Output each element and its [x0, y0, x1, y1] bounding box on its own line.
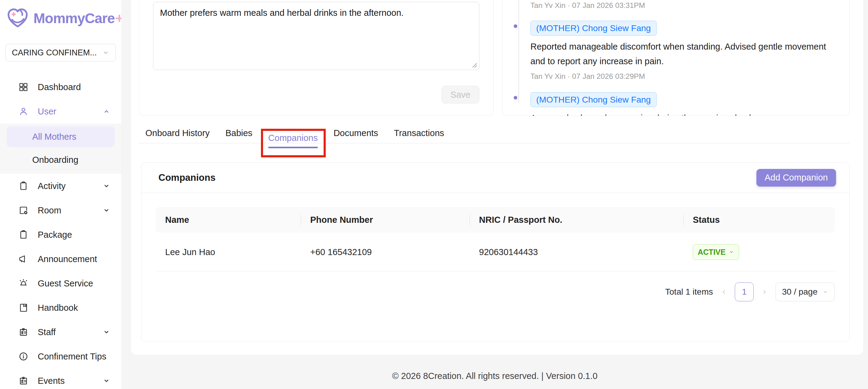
sidebar-item-label: Dashboard: [38, 82, 111, 92]
mother-tag[interactable]: (MOTHER) Chong Siew Fang: [530, 21, 657, 36]
clipboard-icon: [18, 230, 29, 240]
companions-title: Companions: [158, 172, 216, 183]
dashboard-grid-icon: [18, 82, 29, 92]
timeline-entry-text: Reported manageable discomfort when stan…: [530, 39, 831, 68]
center-select[interactable]: CARING CONFINEM...: [5, 44, 116, 61]
chevron-down-icon: [102, 206, 111, 214]
footer-copyright: © 2026 8Creation. All rights reserved. |…: [122, 371, 868, 381]
chevron-right-icon[interactable]: [761, 288, 768, 296]
main-content: Mother prefers warm meals and herbal dri…: [122, 0, 868, 389]
sidebar-item-dashboard[interactable]: Dashboard: [0, 75, 121, 99]
pagination-total: Total 1 items: [665, 287, 713, 297]
timeline-entry-text: Appeared calm and responsive during the …: [530, 111, 831, 116]
user-icon: [18, 106, 29, 117]
sidebar-item-package[interactable]: Package: [0, 222, 121, 247]
timeline-line: [518, 0, 519, 103]
mother-tag[interactable]: (MOTHER) Chong Siew Fang: [530, 92, 657, 107]
sidebar-item-activity[interactable]: Activity: [0, 174, 121, 198]
sidebar-item-guest-service[interactable]: Guest Service: [0, 271, 121, 296]
save-row: Save: [153, 86, 479, 103]
tab-babies[interactable]: Babies: [225, 124, 252, 143]
column-header-phone: Phone Number: [301, 207, 470, 233]
sidebar-item-label: User: [38, 107, 93, 117]
timeline-entry-meta: Tan Yv Xin · 07 Jan 2026 03:31PM: [530, 1, 831, 10]
user-submenu: All Mothers Onboarding: [0, 124, 121, 174]
sidebar: MommyCare+ CARING CONFINEM... Dashboard …: [0, 0, 122, 389]
save-button[interactable]: Save: [442, 86, 479, 103]
timeline-entry-meta: Tan Yv Xin · 07 Jan 2026 03:29PM: [530, 72, 831, 81]
resize-handle-icon[interactable]: [471, 62, 477, 68]
care-notes-timeline-card: Tan Yv Xin · 07 Jan 2026 03:31PM (MOTHER…: [502, 0, 850, 116]
pagination: Total 1 items 1 30 / page: [156, 282, 835, 301]
id-badge-icon: [18, 327, 29, 337]
notes-textarea-wrap: Mother prefers warm meals and herbal dri…: [153, 2, 479, 71]
sidebar-item-events[interactable]: Events: [0, 369, 121, 389]
sidebar-item-label: Handbook: [38, 303, 111, 313]
companions-table-header: Name Phone Number NRIC / Passport No. St…: [156, 207, 835, 233]
sidebar-item-label: Guest Service: [38, 278, 111, 289]
brand-plus: +: [115, 10, 122, 26]
companions-card-header: Companions Add Companion: [142, 162, 849, 193]
brand-name: MommyCare: [33, 10, 115, 26]
sidebar-item-label: Announcement: [38, 254, 111, 264]
sidebar-item-staff[interactable]: Staff: [0, 320, 121, 344]
chevron-down-icon: [823, 289, 829, 295]
page-size-value: 30 / page: [782, 287, 817, 297]
top-row: Mother prefers warm meals and herbal dri…: [131, 0, 863, 116]
sidebar-item-room[interactable]: Room: [0, 198, 121, 222]
sidebar-item-confinement-tips[interactable]: Confinement Tips: [0, 344, 121, 369]
column-header-nric: NRIC / Passport No.: [470, 207, 684, 233]
info-circle-icon: [18, 351, 29, 362]
center-select-value: CARING CONFINEM...: [12, 48, 97, 58]
sidebar-item-user[interactable]: User: [0, 99, 121, 124]
cell-name: Lee Jun Hao: [156, 233, 301, 271]
column-header-name: Name: [156, 207, 301, 233]
cell-nric: 920630144433: [470, 233, 684, 271]
tab-onboard-history[interactable]: Onboard History: [145, 124, 210, 143]
sidebar-item-label: Staff: [38, 327, 93, 337]
companions-card-body: Name Phone Number NRIC / Passport No. St…: [142, 193, 849, 301]
megaphone-icon: [18, 254, 29, 264]
profile-tabs: Onboard History Babies Companions Docume…: [139, 124, 850, 143]
chevron-up-icon: [102, 108, 111, 115]
alarm-bell-icon: [18, 278, 29, 289]
pagination-page-1[interactable]: 1: [735, 282, 754, 301]
id-badge-icon: [18, 376, 29, 386]
chevron-down-icon: [729, 249, 734, 255]
chevron-down-icon: [102, 182, 111, 190]
tab-documents[interactable]: Documents: [334, 124, 378, 143]
status-badge[interactable]: ACTIVE: [693, 244, 739, 260]
cell-status: ACTIVE: [684, 233, 835, 271]
sidebar-subitem-label: Onboarding: [32, 155, 79, 165]
page-size-select[interactable]: 30 / page: [776, 282, 835, 301]
sidebar-item-label: Package: [38, 230, 111, 240]
sidebar-item-all-mothers[interactable]: All Mothers: [7, 126, 115, 147]
sidebar-item-label: Confinement Tips: [38, 352, 111, 362]
timeline: Tan Yv Xin · 07 Jan 2026 03:31PM (MOTHER…: [502, 0, 849, 116]
sidebar-item-handbook[interactable]: Handbook: [0, 296, 121, 320]
tab-transactions[interactable]: Transactions: [394, 124, 444, 143]
tab-companions[interactable]: Companions: [268, 129, 318, 148]
status-badge-label: ACTIVE: [698, 248, 726, 257]
timeline-dot-icon: [514, 24, 517, 28]
brand-logo: MommyCare+: [0, 0, 121, 30]
notes-textarea[interactable]: Mother prefers warm meals and herbal dri…: [153, 2, 479, 70]
tab-companions-wrap: Companions: [268, 133, 318, 143]
sidebar-item-onboarding[interactable]: Onboarding: [0, 149, 121, 171]
companions-card: Companions Add Companion Name Phone Numb…: [141, 162, 850, 342]
sidebar-item-label: Room: [38, 206, 93, 215]
cell-phone: +60 165432109: [301, 233, 470, 271]
timeline-dot-icon: [514, 96, 517, 99]
sidebar-subitem-label: All Mothers: [32, 132, 76, 142]
add-companion-button[interactable]: Add Companion: [756, 169, 836, 187]
book-icon: [18, 303, 29, 313]
sidebar-item-announcement[interactable]: Announcement: [0, 247, 121, 271]
column-header-status: Status: [684, 207, 835, 233]
chevron-down-icon: [102, 377, 111, 385]
timeline-entry: (MOTHER) Chong Siew Fang Reported manage…: [530, 21, 831, 81]
chevron-left-icon[interactable]: [720, 288, 727, 296]
content-shell: Mother prefers warm meals and herbal dri…: [130, 0, 864, 355]
app-root: MommyCare+ CARING CONFINEM... Dashboard …: [0, 0, 868, 389]
sidebar-menu: Dashboard User All Mothers Onboarding: [0, 75, 121, 389]
timeline-entry: (MOTHER) Chong Siew Fang Appeared calm a…: [530, 92, 831, 116]
